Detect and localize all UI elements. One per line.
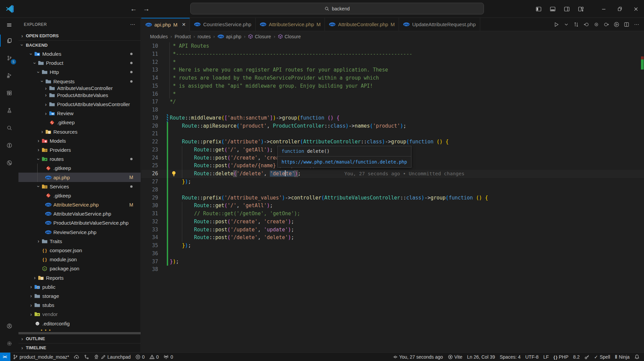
command-center-search[interactable]: backend [190,3,484,14]
prev-change-circle-icon[interactable] [584,22,589,27]
tree-item-Providers[interactable]: ›Providers [18,145,141,154]
status-cursor-position[interactable]: Ln 26, Col 39 [465,353,497,361]
status-remote[interactable]: >< [0,353,10,361]
code-text[interactable]: }); [170,242,191,250]
split-editor-icon[interactable] [624,22,629,27]
code-text[interactable]: * [170,90,176,98]
run-dropdown-icon[interactable] [564,22,569,27]
activity-settings[interactable] [0,335,18,352]
code-text[interactable]: * is assigned the "api" middleware group… [170,82,373,90]
tab-UpdateAttributeRequest.php[interactable]: phpUpdateAttributeRequest.php [399,18,480,31]
tree-item-Reports[interactable]: ›Reports [18,273,141,282]
status-git-graph[interactable] [82,353,91,361]
code-text[interactable]: }); [170,178,191,186]
activity-gitlens-inspect[interactable] [0,154,18,172]
status-notifications[interactable] [632,353,642,361]
breadcrumb-Modules[interactable]: Modules [150,34,168,39]
code-text[interactable]: *---------------------------------------… [170,50,412,58]
tree-item-Http[interactable]: ›Http [18,67,141,77]
nav-back-icon[interactable]: ← [130,5,137,13]
tree-item-AttributeValueService.php[interactable]: phpAttributeValueService.php [18,209,141,218]
breadcrumb-Product[interactable]: Product [175,34,191,39]
code-text[interactable]: Route::prefix('/attribute_values')->cont… [170,194,488,202]
status-indentation[interactable]: Spaces: 4 [497,353,523,361]
customize-layout-icon[interactable] [575,3,587,15]
activity-run-debug[interactable] [0,67,18,84]
status-ports[interactable]: 0 [161,353,176,361]
outline-section[interactable]: ›OUTLINE [18,334,141,343]
timeline-section[interactable]: ›TIMELINE [18,343,141,352]
activity-source-control[interactable]: 5 [0,49,18,67]
activity-gitlens[interactable] [0,137,18,154]
tree-item-composer.json[interactable]: { }composer.json [18,246,141,255]
toggle-sidebar-icon[interactable] [533,3,545,15]
tree-item-module.json[interactable]: { }module.json [18,255,141,264]
code-editor[interactable]: 10 * API Routes11 *---------------------… [141,42,644,352]
run-icon[interactable] [554,22,559,27]
minimize-button[interactable] [596,0,612,18]
debug-circle-icon[interactable] [614,22,619,27]
explorer-more-icon[interactable]: ⋯ [130,21,135,28]
open-editors-section[interactable]: ›OPEN EDITORS [18,31,141,40]
code-text[interactable]: }); [170,258,179,266]
breadcrumb-routes[interactable]: routes [198,34,211,39]
toggle-secondary-sidebar-icon[interactable] [561,3,573,15]
tree-item-Services[interactable]: ›Services [18,182,141,191]
tree-item-api.php[interactable]: phpapi.phpM [18,173,141,182]
lightbulb-icon[interactable] [171,171,176,177]
tree-item-package.json[interactable]: JSpackage.json [18,264,141,273]
change-circle-icon[interactable] [594,22,599,27]
tree-item-.gitkeep[interactable]: .gitkeep [18,118,141,127]
tree-item-ProductAttributeValues[interactable]: ›ProductAttributeValues [18,91,141,100]
code-text[interactable]: * API Routes [170,42,209,50]
breadcrumb-Closure[interactable]: Closure [278,34,301,39]
close-button[interactable] [628,0,644,18]
nav-forward-icon[interactable]: → [143,5,150,13]
code-text[interactable]: Route::post('/update', 'update'); [170,226,294,234]
status-publish[interactable] [71,353,82,361]
status-encoding[interactable]: UTF-8 [523,353,541,361]
code-text[interactable]: Route::get('/', 'getAll'); [170,146,273,154]
status-php-version[interactable]: 8.2 [571,353,582,361]
code-text[interactable]: Route::post('/delete', 'delete'); [170,234,294,242]
tab-CountriesService.php[interactable]: phpCountriesService.php [190,18,255,31]
tree-item-ProductAttributeValuesController[interactable]: ›ProductAttributeValuesController [18,100,141,109]
status-ninja[interactable]: ‖Ninja [612,353,632,361]
code-text[interactable]: // Route::get('/getOne', 'getOne'); [170,210,300,218]
tree-item-Review[interactable]: ›Review [18,109,141,118]
tree-item-ProductAttributeValueService.php[interactable]: phpProductAttributeValueService.php [18,218,141,227]
code-text[interactable]: Route::delete('/delete', 'delete'); [170,170,301,178]
tree-item-.editorconfig[interactable]: .editorconfig [18,319,141,328]
code-text[interactable]: Route::middleware(['auth:sanctum'])->gro… [170,114,340,122]
status-git-branch[interactable]: product_module_moaz* [10,353,71,361]
tree-item-storage[interactable]: ›storage [18,291,141,301]
tree-item-.gitkeep[interactable]: .gitkeep [18,164,141,173]
tree-item-.gitkeep[interactable]: .gitkeep [18,191,141,200]
activity-accounts[interactable] [0,317,18,335]
toggle-panel-icon[interactable] [547,3,559,15]
code-text[interactable]: Route::get('/', 'getAll'); [170,202,273,210]
tree-item-AttributeService.php[interactable]: phpAttributeService.phpM [18,200,141,209]
status-intelephense-key[interactable] [582,353,592,361]
tree-item-clipped[interactable]: • • • [18,328,141,332]
open-changes-icon[interactable] [574,22,579,27]
code-text[interactable]: */ [170,98,176,106]
status-spell[interactable]: ✓Spell [592,353,612,361]
status-vite[interactable]: Vite [445,353,465,361]
activity-search[interactable] [0,119,18,137]
workspace-root-section[interactable]: ›BACKEND [18,40,141,49]
tree-item-Requests[interactable]: ›Requests [18,77,141,86]
status-errors[interactable]: 0 [133,353,147,361]
tab-close-icon[interactable]: ✕ [182,22,186,27]
code-text[interactable]: Route::prefix('/attribute')->controller(… [170,138,449,146]
tree-item-public[interactable]: ›public [18,282,141,291]
status-language-mode[interactable]: { }PHP [551,353,571,361]
tab-AttributeService.php[interactable]: phpAttributeService.phpM [256,18,325,31]
activity-explorer[interactable] [0,32,18,49]
status-launchpad[interactable]: Launchpad [91,353,133,361]
code-text[interactable]: Route::post('/create', 'create'); [170,218,294,226]
status-warnings[interactable]: 0 [147,353,161,361]
overview-ruler[interactable] [641,42,644,352]
activity-extensions[interactable] [0,84,18,102]
tree-item-Models[interactable]: ›Models [18,136,141,145]
